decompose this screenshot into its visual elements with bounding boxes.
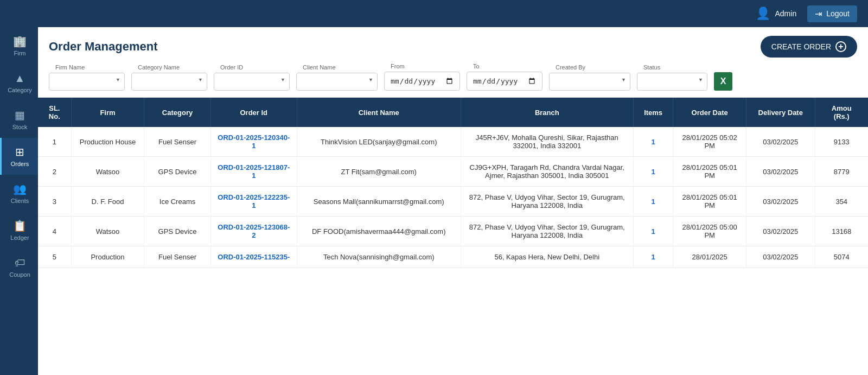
orders-table: SL.No. Firm Category Order Id Client Nam…: [38, 98, 868, 268]
cell-firm: Production House: [71, 127, 144, 157]
admin-label: Admin: [775, 9, 796, 18]
firm-name-select[interactable]: [49, 73, 125, 91]
cell-category: Fuel Senser: [144, 127, 210, 157]
main-content: Order Management CREATE ORDER + Firm Nam…: [38, 27, 868, 375]
created-by-select[interactable]: [549, 73, 630, 91]
category-name-select[interactable]: [131, 73, 207, 91]
category-name-label: Category Name: [137, 64, 181, 71]
sidebar-coupon-label: Coupon: [9, 271, 30, 278]
from-label: From: [390, 63, 406, 69]
cell-firm: Production: [71, 246, 144, 268]
firm-name-label: Firm Name: [54, 64, 86, 71]
cell-items[interactable]: 1: [633, 187, 673, 217]
sidebar-item-clients[interactable]: 👥 Clients: [0, 175, 38, 212]
to-date-input[interactable]: [467, 72, 542, 91]
cell-orderid[interactable]: ORD-01-2025-122235-1: [210, 187, 297, 217]
client-name-filter: Client Name: [296, 68, 378, 91]
from-date-filter: From: [384, 67, 460, 91]
status-filter: Status: [637, 68, 707, 91]
status-label: Status: [642, 64, 661, 71]
cell-amount: 354: [815, 187, 868, 217]
col-header-branch: Branch: [461, 98, 633, 127]
cell-branch: J45R+J6V, Mohalla Qureshi, Sikar, Rajast…: [461, 127, 633, 157]
sidebar-item-category[interactable]: ▲ Category: [0, 64, 38, 101]
table-row: 1 Production House Fuel Senser ORD-01-20…: [38, 127, 868, 157]
cell-sl: 1: [38, 127, 71, 157]
sidebar-clients-label: Clients: [11, 198, 29, 204]
cell-client: Tech Nova(sannisingh@gmail.com): [297, 246, 461, 268]
cell-category: GPS Device: [144, 217, 210, 246]
cell-orderid[interactable]: ORD-01-2025-121807-1: [210, 157, 297, 187]
cell-delivery: 03/02/2025: [746, 127, 815, 157]
cell-client: DF FOOD(amishavermaa444@gmail.com): [297, 217, 461, 246]
client-name-select[interactable]: [296, 73, 378, 91]
logout-label: Logout: [826, 9, 850, 18]
cell-items[interactable]: 1: [633, 217, 673, 246]
cell-category: Fuel Senser: [144, 246, 210, 268]
firm-name-filter: Firm Name: [49, 68, 125, 91]
cell-firm: Watsoo: [71, 157, 144, 187]
created-by-label: Created By: [554, 64, 586, 71]
cell-amount: 9133: [815, 127, 868, 157]
col-header-sl: SL.No.: [38, 98, 71, 127]
page-title: Order Management: [49, 40, 158, 54]
order-id-filter: Order ID: [214, 68, 290, 91]
table-row: 4 Watsoo GPS Device ORD-01-2025-123068-2…: [38, 217, 868, 246]
cell-amount: 5074: [815, 246, 868, 268]
col-header-client: Client Name: [297, 98, 461, 127]
col-header-items: Items: [633, 98, 673, 127]
topbar: 👤 Admin ⇥ Logout: [0, 0, 868, 27]
cell-client: ZT Fit(sam@gmail.com): [297, 157, 461, 187]
stock-icon: ▦: [15, 109, 25, 122]
client-name-label: Client Name: [302, 64, 337, 71]
clients-icon: 👥: [13, 182, 27, 195]
cell-branch: 56, Kapas Hera, New Delhi, Delhi: [461, 246, 633, 268]
user-icon: 👤: [756, 7, 770, 21]
cell-amount: 13168: [815, 217, 868, 246]
ledger-icon: 📋: [13, 219, 27, 232]
col-header-firm: Firm: [71, 98, 144, 127]
cell-items[interactable]: 1: [633, 157, 673, 187]
page-header: Order Management CREATE ORDER +: [38, 27, 868, 63]
sidebar-orders-label: Orders: [11, 161, 29, 167]
col-header-amount: Amou(Rs.): [815, 98, 868, 127]
sidebar-ledger-label: Ledger: [10, 234, 29, 241]
sidebar-item-ledger[interactable]: 📋 Ledger: [0, 212, 38, 249]
cell-orderdate: 28/01/2025 05:00 PM: [673, 217, 746, 246]
sidebar-item-stock[interactable]: ▦ Stock: [0, 101, 38, 138]
cell-client: Seasons Mall(sannikumarrst@gmail.com): [297, 187, 461, 217]
to-label: To: [472, 63, 481, 69]
table-row: 5 Production Fuel Senser ORD-01-2025-115…: [38, 246, 868, 268]
sidebar-item-firm[interactable]: 🏢 Firm: [0, 27, 38, 64]
order-id-select[interactable]: [214, 73, 290, 91]
logout-button[interactable]: ⇥ Logout: [807, 5, 857, 22]
cell-orderid[interactable]: ORD-01-2025-120340-1: [210, 127, 297, 157]
cell-items[interactable]: 1: [633, 246, 673, 268]
cell-orderid[interactable]: ORD-01-2025-123068-2: [210, 217, 297, 246]
cell-branch: 872, Phase V, Udyog Vihar, Sector 19, Gu…: [461, 187, 633, 217]
sidebar-item-orders[interactable]: ⊞ Orders: [0, 138, 38, 175]
cell-branch: 872, Phase V, Udyog Vihar, Sector 19, Gu…: [461, 217, 633, 246]
excel-export-button[interactable]: X: [714, 72, 732, 91]
cell-delivery: 03/02/2025: [746, 157, 815, 187]
sidebar-item-coupon[interactable]: 🏷 Coupon: [0, 249, 38, 285]
from-date-input[interactable]: [384, 72, 460, 91]
cell-branch: CJ9G+XPH, Taragarh Rd, Chandra Vardai Na…: [461, 157, 633, 187]
add-icon: +: [835, 41, 846, 52]
order-id-label: Order ID: [219, 64, 244, 71]
cell-items[interactable]: 1: [633, 127, 673, 157]
firm-icon: 🏢: [13, 35, 27, 48]
logout-icon: ⇥: [815, 9, 822, 19]
cell-category: Ice Creams: [144, 187, 210, 217]
cell-delivery: 03/02/2025: [746, 217, 815, 246]
status-select[interactable]: [637, 73, 707, 91]
col-header-delivery: Delivery Date: [746, 98, 815, 127]
table-row: 2 Watsoo GPS Device ORD-01-2025-121807-1…: [38, 157, 868, 187]
cell-orderdate: 28/01/2025 05:01 PM: [673, 157, 746, 187]
cell-sl: 3: [38, 187, 71, 217]
cell-sl: 4: [38, 217, 71, 246]
sidebar-category-label: Category: [8, 87, 32, 93]
create-order-button[interactable]: CREATE ORDER +: [761, 36, 857, 58]
cell-orderid[interactable]: ORD-01-2025-115235-: [210, 246, 297, 268]
filters-bar: Firm Name Category Name Order ID Client …: [38, 63, 868, 98]
